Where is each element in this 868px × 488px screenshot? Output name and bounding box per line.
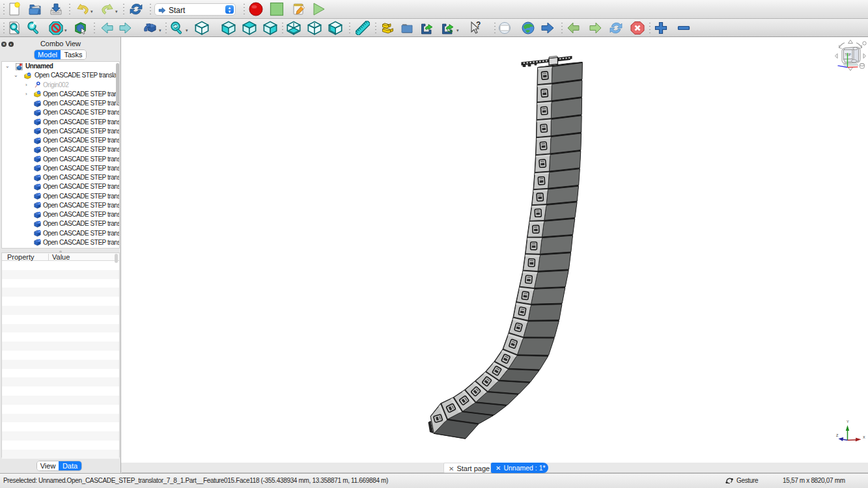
svg-text:?: ? bbox=[476, 21, 481, 29]
svg-text:Y: Y bbox=[847, 420, 849, 424]
svg-text:X: X bbox=[863, 435, 865, 439]
svg-text:Z: Z bbox=[836, 433, 839, 437]
svg-text:TOP: TOP bbox=[845, 53, 851, 57]
